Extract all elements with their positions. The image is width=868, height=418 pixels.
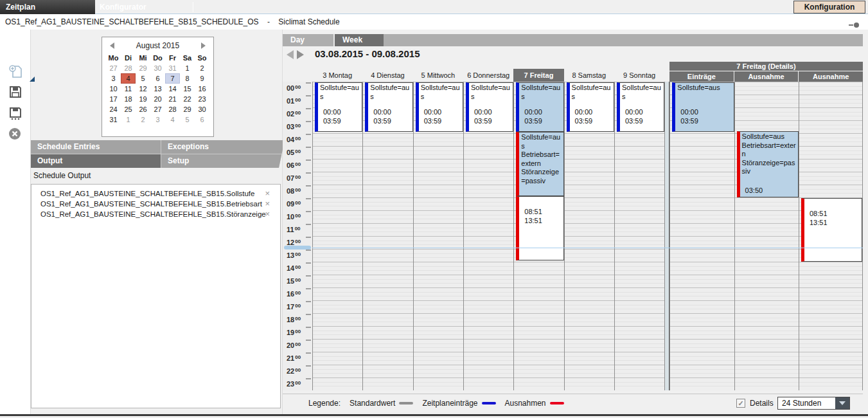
remove-output-icon[interactable]: × [265,209,270,219]
pin-icon[interactable] [849,23,859,28]
time-axis-tick [306,108,311,109]
time-scale-dropdown[interactable]: 24 Stunden [777,397,850,410]
calendar-day[interactable]: 7 [165,73,180,84]
calendar-day[interactable]: 17 [106,94,121,104]
tab-schedule-entries[interactable]: Schedule Entries [31,140,161,154]
tab-setup[interactable]: Setup [161,154,285,168]
time-axis-tick [306,262,311,264]
time-axis-label: 0500 [283,146,312,159]
calendar-day[interactable]: 12 [136,84,150,94]
dropdown-corner-icon[interactable] [30,77,35,82]
remove-output-icon[interactable]: × [265,188,270,199]
calendar-day[interactable]: 4 [121,73,136,84]
calendar-day[interactable]: 4 [165,114,180,125]
calendar-day[interactable]: 10 [106,84,121,94]
calendar-day[interactable]: 23 [195,94,209,104]
date-range-label: 03.08.2015 - 09.08.2015 [315,48,420,59]
tab-zeitplan[interactable]: Zeitplan [0,0,95,14]
remove-output-icon[interactable]: × [265,199,270,209]
previous-week-icon[interactable] [287,50,294,59]
time-axis-tick [306,172,311,174]
calendar-day[interactable]: 13 [150,84,165,94]
calendar-day[interactable]: 25 [121,104,136,114]
schedule-entry-block[interactable]: Sollstufe=aus00:0003:59 [416,82,463,132]
calendar-day[interactable]: 22 [180,94,195,104]
time-axis-tick [306,159,311,161]
calendar-day[interactable]: 1 [180,63,195,73]
day-header[interactable]: 8 Samstag [564,69,614,82]
schedule-entry-block[interactable]: Sollstufe=aus00:0003:59 [365,82,412,132]
calendar-next-icon[interactable] [201,42,206,49]
schedule-entry-block[interactable]: Sollstufe=aus00:0003:59 [617,82,664,132]
schedule-entry-block[interactable]: Sollstufe=aus00:0003:59 [567,82,614,132]
details-exception-block-2[interactable]: 08:51 13:51 [801,198,862,262]
save-as-icon[interactable] [8,107,24,122]
schedule-entry-block[interactable]: Sollstufe=aus00:0003:59 [315,82,362,132]
tab-week[interactable]: Week [335,34,384,46]
calendar-day[interactable]: 29 [136,63,150,73]
legend-item-label: Standardwert [350,399,395,408]
calendar-day[interactable]: 31 [165,63,180,73]
day-header[interactable]: 3 Montag [312,69,362,82]
calendar-day[interactable]: 26 [136,104,150,114]
calendar-day[interactable]: 29 [180,104,195,114]
day-header-selected[interactable]: 7 Freitag [513,69,563,82]
schedule-entry-block[interactable]: Sollstufe=aus00:0003:59 [516,82,563,132]
details-checkbox[interactable]: ✓ [736,399,745,408]
calendar-day[interactable]: 14 [165,84,180,94]
details-column-headers: Einträge Ausnahme Ausnahme [669,71,863,82]
new-schedule-icon[interactable] [8,64,24,80]
calendar-day[interactable]: 11 [121,84,136,94]
calendar-days: 2728293031123456789101112131415161718192… [102,63,213,125]
exception-block-friday-1[interactable]: Sollstufe=aus Betriebsart=extern Störanz… [516,132,563,196]
calendar-day[interactable]: 31 [106,114,121,125]
calendar-day[interactable]: 16 [195,84,209,94]
calendar-day[interactable]: 30 [150,63,165,73]
calendar-day[interactable]: 20 [150,94,165,104]
calendar-day[interactable]: 27 [106,63,121,73]
time-axis-label: 1400 [283,262,312,275]
calendar-day[interactable]: 1 [121,114,136,125]
calendar-day[interactable]: 15 [180,84,195,94]
calendar-prev-icon[interactable] [110,42,114,49]
next-week-icon[interactable] [297,50,304,59]
calendar-weekday: Fr [165,53,180,63]
day-header[interactable]: 6 Donnerstag [463,69,513,82]
time-axis-label: 2100 [283,352,312,365]
calendar-day[interactable]: 21 [165,94,180,104]
delete-icon[interactable] [8,127,24,143]
day-header[interactable]: 9 Sonntag [614,69,664,82]
calendar-day[interactable]: 18 [121,94,136,104]
konfiguration-button[interactable]: Konfiguration [793,1,865,14]
calendar-day[interactable]: 9 [195,73,209,84]
calendar-day[interactable]: 6 [150,73,165,84]
calendar-day[interactable]: 28 [165,104,180,114]
calendar-day[interactable]: 5 [136,73,150,84]
calendar-day[interactable]: 30 [195,104,209,114]
time-axis-tick [306,82,311,84]
tab-day[interactable]: Day [283,34,333,46]
tab-output[interactable]: Output [31,154,161,168]
calendar-day[interactable]: 2 [195,63,209,73]
calendar-day[interactable]: 19 [136,94,150,104]
calendar-day[interactable]: 3 [150,114,165,125]
dropdown-arrow-icon[interactable] [835,397,849,409]
calendar-day[interactable]: 28 [121,63,136,73]
calendar-day[interactable]: 2 [136,114,150,125]
calendar-day[interactable]: 3 [106,73,121,84]
calendar-day[interactable]: 6 [195,114,209,125]
tab-exceptions[interactable]: Exceptions [161,140,285,154]
calendar-day[interactable]: 5 [180,114,195,125]
tab-konfigurator[interactable]: Konfigurator [100,0,146,14]
details-entry-block[interactable]: Sollstufe=aus 00:00 03:59 [672,82,734,132]
day-header[interactable]: 4 Dienstag [362,69,412,82]
save-icon[interactable] [8,85,24,100]
day-header[interactable]: 5 Mittwoch [413,69,463,82]
exception-block-friday-2[interactable]: 08:51 13:51 [516,196,563,260]
grid-body[interactable]: Sollstufe=aus Betriebsart=extern Störanz… [312,82,863,390]
calendar-day[interactable]: 24 [106,104,121,114]
details-exception-block-1[interactable]: Sollstufe=aus Betriebsart=extern Störanz… [737,131,799,197]
calendar-day[interactable]: 8 [180,73,195,84]
calendar-day[interactable]: 27 [150,104,165,114]
schedule-entry-block[interactable]: Sollstufe=aus00:0003:59 [466,82,513,132]
